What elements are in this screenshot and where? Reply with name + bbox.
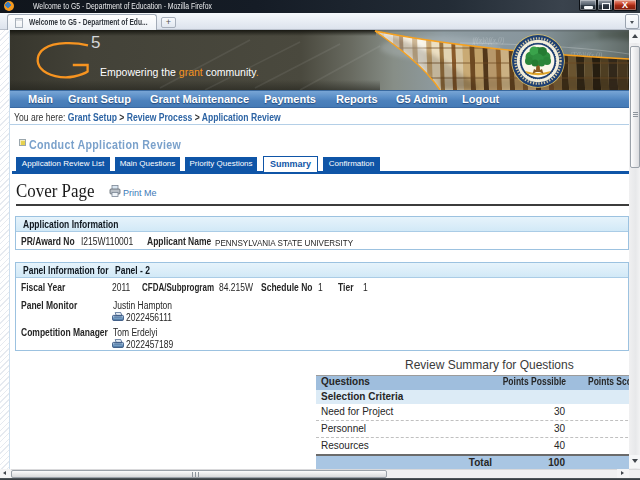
svg-text:Empowering the grant community: Empowering the grant community. (100, 66, 259, 78)
svg-text:5: 5 (91, 33, 100, 52)
